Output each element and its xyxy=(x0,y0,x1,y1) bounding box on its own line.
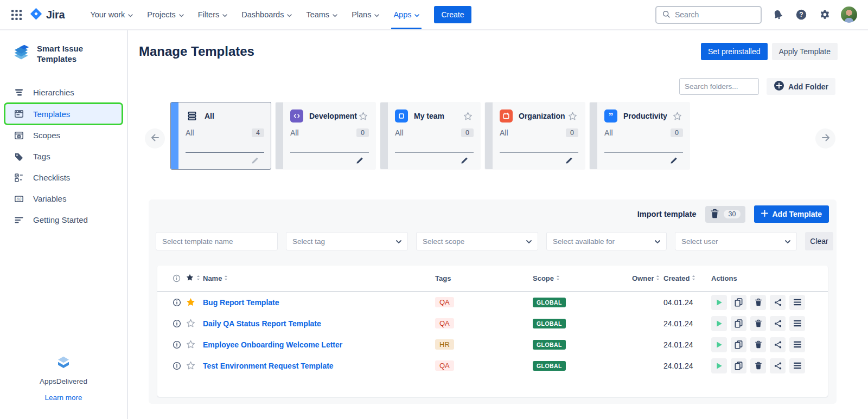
more-options-button[interactable] xyxy=(789,337,805,352)
notifications-bell-icon[interactable] xyxy=(771,8,785,22)
tag-badge: HR xyxy=(435,339,454,350)
copy-template-button[interactable] xyxy=(731,295,746,310)
table-row: Daily QA Status Report TemplateQAGLOBAL2… xyxy=(157,313,828,334)
sidebar-item-scopes[interactable]: Scopes xyxy=(0,125,127,146)
more-options-button[interactable] xyxy=(789,295,805,310)
info-icon[interactable] xyxy=(173,298,186,307)
copy-template-button[interactable] xyxy=(731,316,746,331)
favorite-column-header[interactable] xyxy=(186,273,203,283)
template-name-link[interactable]: Test Environment Request Template xyxy=(203,362,435,370)
create-button[interactable]: Create xyxy=(434,6,471,23)
carousel-next-button[interactable] xyxy=(815,128,835,149)
more-options-button[interactable] xyxy=(789,358,805,373)
jira-wordmark: Jira xyxy=(46,9,65,21)
sidebar-item-hierarchies[interactable]: Hierarchies xyxy=(0,82,127,103)
delete-template-button[interactable] xyxy=(750,358,766,373)
nav-item-plans[interactable]: Plans xyxy=(344,0,386,29)
select-user-dropdown[interactable]: Select user xyxy=(675,232,797,250)
scopes-icon xyxy=(13,130,25,141)
created-column-header[interactable]: Created xyxy=(663,274,711,282)
edit-folder-pencil-icon[interactable] xyxy=(669,156,678,166)
folder-card-development[interactable]: DevelopmentAll0 xyxy=(275,102,376,170)
select-available-for-dropdown[interactable]: Select available for xyxy=(546,232,667,250)
filters-row: Select tag Select scope Select available… xyxy=(156,232,833,250)
share-template-button[interactable] xyxy=(770,295,786,310)
smart-issue-templates-logo-icon xyxy=(11,43,31,65)
nav-item-your-work[interactable]: Your work xyxy=(83,0,140,29)
settings-gear-icon[interactable] xyxy=(818,8,832,22)
owner-column-header[interactable]: Owner xyxy=(628,274,663,282)
scope-column-header[interactable]: Scope xyxy=(533,274,628,282)
nav-item-teams[interactable]: Teams xyxy=(299,0,344,29)
template-name-link[interactable]: Daily QA Status Report Template xyxy=(203,319,435,328)
template-name-link[interactable]: Employee Onboarding Welcome Letter xyxy=(203,340,435,349)
sidebar-item-tags[interactable]: Tags xyxy=(0,146,127,167)
edit-folder-pencil-icon[interactable] xyxy=(251,156,259,166)
edit-folder-pencil-icon[interactable] xyxy=(460,156,469,166)
search-folders-input[interactable] xyxy=(679,78,759,95)
select-scope-dropdown[interactable]: Select scope xyxy=(416,232,538,250)
clear-filters-button[interactable]: Clear xyxy=(805,232,833,250)
folder-card-organization[interactable]: OrganizationAll0 xyxy=(484,102,585,170)
template-name-link[interactable]: Bug Report Template xyxy=(203,298,435,307)
apply-template-button[interactable]: Apply Template xyxy=(772,43,838,60)
global-search[interactable] xyxy=(655,6,762,24)
import-template-button[interactable]: Import template xyxy=(637,210,697,218)
add-folder-button[interactable]: Add Folder xyxy=(767,78,835,95)
nav-item-filters[interactable]: Filters xyxy=(191,0,234,29)
info-icon[interactable] xyxy=(173,319,186,328)
star-outline-icon[interactable] xyxy=(186,318,203,328)
nav-item-projects[interactable]: Projects xyxy=(140,0,190,29)
app-switcher-icon[interactable] xyxy=(8,6,25,23)
trash-bin-button[interactable]: 30 xyxy=(705,206,746,223)
info-icon[interactable] xyxy=(173,340,186,349)
star-outline-icon[interactable] xyxy=(186,339,203,350)
apply-template-play-button[interactable] xyxy=(711,358,727,373)
sidebar-item-variables[interactable]: (x)Variables xyxy=(0,188,127,209)
name-column-header[interactable]: Name xyxy=(203,274,435,282)
delete-template-button[interactable] xyxy=(750,295,766,310)
sidebar-item-checklists[interactable]: Checklists xyxy=(0,167,127,188)
search-input[interactable] xyxy=(675,10,755,19)
copy-template-button[interactable] xyxy=(731,358,746,373)
share-template-button[interactable] xyxy=(770,316,786,331)
page-header: Manage Templates Set preinstalled Apply … xyxy=(139,43,838,60)
learn-more-link[interactable]: Learn more xyxy=(44,394,82,402)
jira-logo[interactable]: Jira xyxy=(29,7,65,22)
folder-card-productivity[interactable]: ”ProductivityAll0 xyxy=(589,102,690,170)
folder-card-my-team[interactable]: My teamAll0 xyxy=(380,102,481,170)
star-outline-icon[interactable] xyxy=(358,111,369,121)
apply-template-play-button[interactable] xyxy=(711,316,727,331)
more-options-button[interactable] xyxy=(789,316,805,331)
folder-card-all[interactable]: AllAll4 xyxy=(170,102,271,170)
apply-template-play-button[interactable] xyxy=(711,337,727,352)
star-outline-icon[interactable] xyxy=(672,111,683,121)
set-preinstalled-button[interactable]: Set preinstalled xyxy=(701,43,768,60)
created-date: 24.01.24 xyxy=(663,362,711,370)
share-template-button[interactable] xyxy=(770,337,786,352)
help-icon[interactable]: ? xyxy=(794,8,808,22)
delete-template-button[interactable] xyxy=(750,337,766,352)
user-avatar[interactable] xyxy=(841,7,857,23)
edit-folder-pencil-icon[interactable] xyxy=(355,156,364,166)
delete-template-button[interactable] xyxy=(750,316,766,331)
star-outline-icon[interactable] xyxy=(186,360,203,371)
folder-card-strip xyxy=(171,102,178,169)
select-template-name-input[interactable] xyxy=(156,232,278,250)
star-outline-icon[interactable] xyxy=(567,111,578,121)
nav-item-apps[interactable]: Apps xyxy=(386,0,426,29)
info-icon[interactable] xyxy=(173,362,186,370)
carousel-previous-button[interactable] xyxy=(145,128,165,149)
apply-template-play-button[interactable] xyxy=(711,295,727,310)
select-tag-dropdown[interactable]: Select tag xyxy=(286,232,408,250)
edit-folder-pencil-icon[interactable] xyxy=(565,156,573,166)
copy-template-button[interactable] xyxy=(731,337,746,352)
share-template-button[interactable] xyxy=(770,358,786,373)
nav-item-dashboards[interactable]: Dashboards xyxy=(234,0,299,29)
sidebar-item-templates[interactable]: Templates xyxy=(5,104,122,124)
star-filled-icon[interactable] xyxy=(186,297,203,307)
add-template-button[interactable]: Add Template xyxy=(754,205,829,223)
sidebar-item-getting-started[interactable]: Getting Started xyxy=(0,209,127,230)
star-outline-icon[interactable] xyxy=(463,111,474,121)
folder-card-strip xyxy=(276,102,283,169)
